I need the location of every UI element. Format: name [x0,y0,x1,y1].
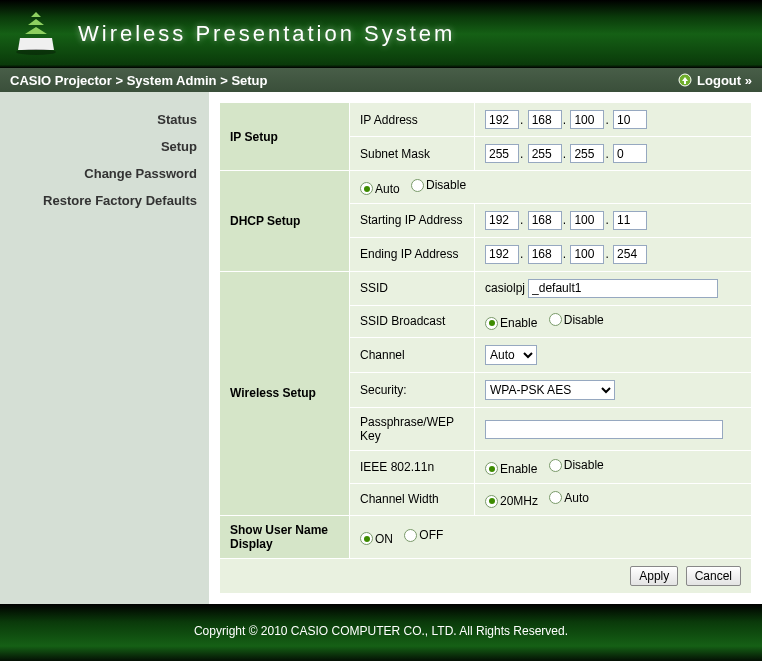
svg-point-0 [16,49,56,55]
channel-width-label: Channel Width [350,483,475,516]
broadcast-label: SSID Broadcast [350,305,475,338]
eip3[interactable] [570,245,604,264]
sip3[interactable] [570,211,604,230]
mask4[interactable] [613,144,647,163]
ip-address-label: IP Address [350,103,475,137]
logout-icon [678,73,692,87]
ip1[interactable] [485,110,519,129]
wireless-section: Wireless Setup [220,271,350,516]
ssid-input[interactable] [528,279,718,298]
sidebar: Status Setup Change Password Restore Fac… [0,92,209,604]
channel-label: Channel [350,338,475,373]
eip2[interactable] [528,245,562,264]
passphrase-input[interactable] [485,420,723,439]
footer: Copyright © 2010 CASIO COMPUTER CO., LTD… [0,604,762,661]
mask3[interactable] [570,144,604,163]
projector-icon [12,10,60,58]
logout-link[interactable]: Logout » [678,73,752,88]
eip4[interactable] [613,245,647,264]
dhcp-disable-radio[interactable]: Disable [411,178,466,192]
header: Wireless Presentation System [0,0,762,68]
sidebar-item-setup[interactable]: Setup [0,133,209,160]
ssid-prefix: casiolpj [485,281,525,295]
width-20-radio[interactable]: 20MHz [485,494,538,508]
sidebar-item-restore[interactable]: Restore Factory Defaults [0,187,209,214]
eip1[interactable] [485,245,519,264]
width-auto-radio[interactable]: Auto [549,491,589,505]
security-label: Security: [350,373,475,408]
ieee-n-enable-radio[interactable]: Enable [485,462,537,476]
ip-setup-section: IP Setup [220,103,350,171]
ieee-n-disable-radio[interactable]: Disable [549,458,604,472]
security-select[interactable]: WPA-PSK AES [485,380,615,400]
username-section: Show User Name Display [220,516,350,559]
sidebar-item-password[interactable]: Change Password [0,160,209,187]
main-panel: IP Setup IP Address . . . Subnet Mask . … [209,92,762,604]
sip2[interactable] [528,211,562,230]
username-on-radio[interactable]: ON [360,532,393,546]
passphrase-label: Passphrase/WEP Key [350,408,475,451]
ip4[interactable] [613,110,647,129]
sip1[interactable] [485,211,519,230]
breadcrumb-setup: Setup [231,73,267,88]
broadcast-disable-radio[interactable]: Disable [549,313,604,327]
ip3[interactable] [570,110,604,129]
breadcrumb-bar: CASIO Projector > System Admin > Setup L… [0,68,762,92]
apply-button[interactable]: Apply [630,566,678,586]
mask2[interactable] [528,144,562,163]
sidebar-item-status[interactable]: Status [0,106,209,133]
cancel-button[interactable]: Cancel [686,566,741,586]
username-off-radio[interactable]: OFF [404,528,443,542]
page-title: Wireless Presentation System [78,21,455,47]
breadcrumb-root[interactable]: CASIO Projector [10,73,112,88]
ip2[interactable] [528,110,562,129]
start-ip-label: Starting IP Address [350,203,475,237]
broadcast-enable-radio[interactable]: Enable [485,316,537,330]
sip4[interactable] [613,211,647,230]
dhcp-section: DHCP Setup [220,171,350,272]
ssid-label: SSID [350,271,475,305]
ieee-n-label: IEEE 802.11n [350,451,475,484]
channel-select[interactable]: Auto [485,345,537,365]
subnet-label: Subnet Mask [350,137,475,171]
mask1[interactable] [485,144,519,163]
end-ip-label: Ending IP Address [350,237,475,271]
dhcp-auto-radio[interactable]: Auto [360,182,400,196]
breadcrumb: CASIO Projector > System Admin > Setup [10,73,268,88]
breadcrumb-admin[interactable]: System Admin [127,73,217,88]
